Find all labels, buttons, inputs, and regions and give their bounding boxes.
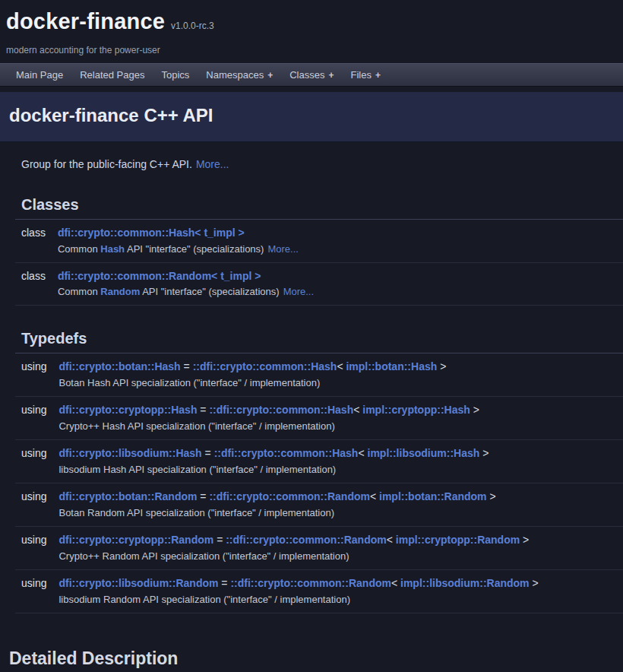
row-separator: [15, 305, 623, 306]
dropdown-plus-icon: +: [328, 69, 334, 81]
more-link[interactable]: More...: [283, 286, 314, 297]
nav-tab-label: Classes: [289, 68, 324, 82]
typedef-desc: Crypto++ Random API specialization ("int…: [52, 547, 623, 569]
template-open: <: [358, 447, 364, 459]
class-desc-text: API "interface" (specializations): [125, 243, 264, 255]
title-area: docker-finance v1.0.0-rc.3 modern accoun…: [0, 0, 623, 56]
class-desc-row: Common Random API "interface" (specializ…: [15, 283, 623, 305]
assign-operator: =: [221, 577, 227, 589]
more-link[interactable]: More...: [267, 243, 298, 255]
page-title: docker-finance C++ API: [9, 103, 614, 128]
typedef-desc: Botan Random API specialization ("interf…: [52, 504, 623, 526]
member-keyword: using: [15, 397, 52, 417]
class-desc-text: API "interface" (specializations): [140, 286, 279, 297]
intro-text: Group for the public-facing C++ API.More…: [21, 157, 623, 172]
typedef-row: using dfi::crypto::cryptopp::Random = ::…: [15, 527, 623, 547]
assign-operator: =: [217, 534, 223, 546]
nav-tab-label: Namespaces: [206, 68, 264, 82]
section-heading-classes: Classes: [15, 195, 623, 220]
typedef-row: using dfi::crypto::libsodium::Random = :…: [15, 570, 623, 591]
nav-tab-main-page[interactable]: Main Page: [8, 64, 71, 86]
assign-operator: =: [184, 360, 190, 372]
typedef-name-link[interactable]: dfi::crypto::libsodium::Random: [59, 577, 218, 589]
typedef-target-link[interactable]: ::dfi::crypto::common::Random: [226, 534, 387, 546]
template-close: >: [473, 404, 479, 416]
nav-tab-label: Files: [350, 68, 371, 82]
section-heading-typedefs: Typedefs: [15, 328, 623, 353]
template-open: <: [370, 490, 376, 502]
class-desc-link[interactable]: Random: [100, 286, 140, 297]
typedef-impl-link[interactable]: impl::cryptopp::Hash: [362, 404, 470, 416]
nav-tab-related-pages[interactable]: Related Pages: [71, 64, 153, 86]
intro-text-span: Group for the public-facing C++ API.: [21, 158, 192, 170]
typedef-impl-link[interactable]: impl::botan::Random: [379, 490, 487, 502]
typedef-target-link[interactable]: ::dfi::crypto::common::Hash: [214, 447, 359, 459]
project-brief: modern accounting for the power-user: [6, 44, 617, 56]
typedef-desc-row: Crypto++ Hash API specialization ("inter…: [15, 417, 623, 439]
typedef-desc-row: libsodium Hash API specialization ("inte…: [15, 461, 623, 483]
assign-operator: =: [200, 404, 206, 416]
nav-tab-namespaces[interactable]: Namespaces +: [198, 64, 281, 86]
typedef-impl-link[interactable]: impl::libsodium::Random: [400, 577, 530, 589]
row-separator: [15, 613, 623, 613]
template-close: >: [532, 577, 538, 589]
typedef-row: using dfi::crypto::botan::Hash = ::dfi::…: [15, 353, 623, 374]
template-close: >: [523, 534, 529, 546]
member-keyword: using: [15, 570, 52, 591]
typedef-target-link[interactable]: ::dfi::crypto::common::Hash: [193, 360, 337, 372]
member-keyword: using: [15, 353, 52, 374]
class-link[interactable]: dfi::crypto::common::Hash< t_impl >: [58, 227, 245, 239]
typedef-name-link[interactable]: dfi::crypto::cryptopp::Random: [59, 534, 213, 546]
typedef-name-link[interactable]: dfi::crypto::cryptopp::Hash: [59, 404, 197, 416]
typedef-desc-row: libsodium Random API specialization ("in…: [15, 591, 623, 613]
typedef-desc: libsodium Hash API specialization ("inte…: [52, 461, 623, 483]
typedef-name-link[interactable]: dfi::crypto::botan::Random: [59, 490, 197, 502]
nav-tab-label: Related Pages: [80, 68, 144, 82]
typedef-impl-link[interactable]: impl::cryptopp::Random: [396, 534, 520, 546]
assign-operator: =: [200, 490, 206, 502]
typedef-impl-link[interactable]: impl::botan::Hash: [346, 360, 437, 372]
template-close: >: [440, 360, 446, 372]
typedef-name-link[interactable]: dfi::crypto::libsodium::Hash: [59, 447, 201, 459]
typedef-desc-row: Botan Hash API specialization ("interfac…: [15, 374, 623, 396]
member-keyword: using: [15, 483, 52, 504]
class-desc: Common Hash API "interface" (specializat…: [52, 240, 623, 262]
class-desc-text: Common: [58, 243, 100, 255]
template-close: >: [482, 447, 489, 459]
member-keyword: using: [15, 440, 52, 461]
project-version: v1.0.0-rc.3: [171, 20, 214, 32]
template-close: >: [489, 490, 495, 502]
dropdown-plus-icon: +: [267, 69, 273, 81]
class-desc-row: Common Hash API "interface" (specializat…: [15, 240, 623, 262]
nav-tab-files[interactable]: Files +: [342, 64, 388, 86]
class-row: class dfi::crypto::common::Random< t_imp…: [15, 262, 623, 283]
typedef-row: using dfi::crypto::botan::Random = ::dfi…: [15, 483, 623, 504]
member-keyword: class: [15, 220, 52, 240]
more-link[interactable]: More...: [196, 158, 229, 170]
typedef-row: using dfi::crypto::cryptopp::Hash = ::df…: [15, 397, 623, 417]
typedef-impl-link[interactable]: impl::libsodium::Hash: [368, 447, 480, 459]
template-open: <: [337, 360, 343, 372]
nav-tab-topics[interactable]: Topics: [153, 64, 198, 86]
class-row: class dfi::crypto::common::Hash< t_impl …: [15, 220, 623, 240]
typedef-desc: Botan Hash API specialization ("interfac…: [52, 374, 623, 396]
template-open: <: [353, 404, 359, 416]
typedef-name-link[interactable]: dfi::crypto::botan::Hash: [59, 360, 180, 372]
dropdown-plus-icon: +: [375, 69, 381, 81]
typedef-target-link[interactable]: ::dfi::crypto::common::Random: [230, 577, 391, 589]
typedef-target-link[interactable]: ::dfi::crypto::common::Random: [209, 490, 370, 502]
typedef-desc: libsodium Random API specialization ("in…: [52, 591, 623, 613]
class-link[interactable]: dfi::crypto::common::Random< t_impl >: [58, 270, 261, 282]
classes-table: class dfi::crypto::common::Hash< t_impl …: [15, 220, 623, 306]
typedefs-table: using dfi::crypto::botan::Hash = ::dfi::…: [15, 353, 623, 613]
main-nav: Main Page Related Pages Topics Namespace…: [0, 63, 623, 87]
typedef-row: using dfi::crypto::libsodium::Hash = ::d…: [15, 440, 623, 461]
nav-tab-classes[interactable]: Classes +: [281, 64, 342, 86]
member-keyword: class: [15, 262, 52, 283]
class-desc-link[interactable]: Hash: [100, 243, 125, 255]
assign-operator: =: [205, 447, 211, 459]
page-header-band: docker-finance C++ API: [0, 92, 623, 141]
template-open: <: [391, 577, 397, 589]
class-desc: Common Random API "interface" (specializ…: [52, 283, 623, 305]
typedef-target-link[interactable]: ::dfi::crypto::common::Hash: [209, 404, 353, 416]
